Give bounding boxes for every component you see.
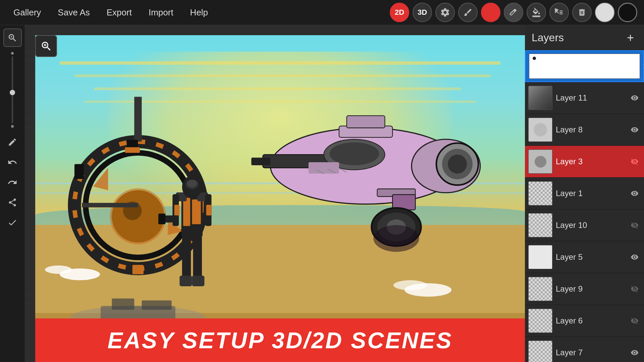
add-layer-button[interactable]: + [624, 29, 637, 47]
svg-point-43 [448, 155, 467, 174]
left-toolbar [0, 25, 25, 362]
toolbar-3d-button[interactable]: 3D [413, 3, 432, 22]
svg-rect-9 [125, 147, 140, 153]
layer-visibility-3[interactable] [629, 156, 641, 168]
main-content: EASY SETUP 3D/2D SCENES Layers + [0, 25, 644, 362]
svg-point-24 [187, 180, 197, 187]
layer-visibility-8[interactable] [629, 124, 641, 136]
layer-thumb-7 [528, 341, 552, 362]
layer-name-7: Layer 7 [556, 348, 625, 357]
zoom-tool[interactable] [3, 28, 22, 47]
layer-name-1: Layer 1 [556, 189, 625, 198]
svg-rect-31 [179, 276, 192, 286]
brush-size-slider[interactable] [11, 52, 14, 128]
size-indicator-top [11, 52, 14, 55]
layer-thumb-10 [528, 213, 552, 237]
bottom-banner: EASY SETUP 3D/2D SCENES [35, 318, 525, 362]
share-tool[interactable] [3, 193, 22, 212]
layer-item-3[interactable]: Layer 3 [525, 146, 644, 178]
svg-point-39 [329, 142, 379, 165]
layer-item-8[interactable]: Layer 8 [525, 114, 644, 146]
gear-icon[interactable] [435, 3, 455, 22]
layer-name-6: Layer 6 [556, 316, 625, 325]
layer-item-7[interactable]: Layer 7 [525, 337, 644, 362]
character-figure [148, 123, 236, 336]
undo-tool[interactable] [3, 153, 22, 171]
layers-header: Layers + [525, 25, 644, 50]
redo-tool[interactable] [3, 173, 22, 191]
svg-rect-15 [112, 299, 135, 310]
hand-tool[interactable] [3, 213, 22, 232]
menu-save-as[interactable]: Save As [51, 5, 96, 20]
layer-item-1[interactable]: Layer 1 [525, 178, 644, 209]
layer-item-3d[interactable]: 3D [525, 50, 644, 82]
layer-item-5[interactable]: Layer 5 [525, 241, 644, 273]
white-circle-button[interactable] [595, 3, 614, 22]
toolbar-right: 2D 3D [390, 3, 637, 22]
trash-icon[interactable] [572, 3, 592, 22]
banner-text: EASY SETUP 3D/2D SCENES [107, 327, 452, 353]
layer-name-10: Layer 10 [556, 221, 625, 230]
svg-rect-33 [164, 216, 178, 223]
layer-visibility-5[interactable] [629, 251, 641, 263]
size-thumb[interactable] [10, 90, 15, 95]
svg-rect-37 [251, 158, 270, 165]
layer-visibility-1[interactable] [629, 187, 641, 199]
size-track[interactable] [12, 56, 13, 123]
canvas-search-button[interactable] [35, 35, 57, 57]
layer-thumb-5 [528, 245, 552, 269]
flying-vehicle [231, 52, 500, 281]
layer-visibility-10[interactable] [629, 219, 641, 231]
svg-rect-10 [74, 164, 84, 179]
menu-gallery[interactable]: Gallery [7, 5, 48, 20]
layer-visibility-7[interactable] [629, 347, 641, 359]
cloud-4 [393, 280, 427, 290]
pencil-tool[interactable] [3, 133, 22, 151]
layer-visibility-6[interactable] [629, 315, 641, 327]
layer-name-5: Layer 5 [556, 252, 625, 262]
menu-help[interactable]: Help [183, 5, 215, 20]
layers-panel: Layers + 3D [525, 25, 644, 362]
layer-thumb-3 [528, 149, 552, 174]
layer-name-8: Layer 8 [556, 125, 625, 134]
eraser-icon[interactable] [504, 3, 523, 22]
layer-item-11[interactable]: Layer 11 [525, 82, 644, 114]
svg-rect-30 [193, 235, 202, 281]
svg-rect-45 [347, 116, 385, 128]
layer-name-9: Layer 9 [556, 284, 625, 294]
svg-rect-46 [309, 162, 339, 174]
svg-rect-19 [192, 199, 201, 224]
layer-thumb-11 [528, 86, 552, 110]
layer-name-3: Layer 3 [556, 157, 625, 166]
toolbar-2d-button[interactable]: 2D [390, 3, 409, 22]
svg-rect-29 [182, 235, 191, 281]
layer-name-11: Layer 11 [556, 93, 625, 103]
layer-thumb-6 [528, 309, 552, 333]
layers-list: 3D Layer 11 [525, 50, 644, 362]
layer-thumb-9 [528, 277, 552, 301]
layer-thumb-3d [529, 54, 640, 79]
canvas-area[interactable]: EASY SETUP 3D/2D SCENES [25, 25, 525, 362]
svg-rect-32 [192, 276, 204, 286]
layer-item-10[interactable]: Layer 10 [525, 209, 644, 241]
layer-visibility-9[interactable] [629, 283, 641, 295]
select-icon[interactable] [549, 3, 569, 22]
svg-rect-18 [183, 198, 190, 226]
menu-export[interactable]: Export [100, 5, 139, 20]
svg-rect-8 [127, 140, 138, 147]
svg-rect-34 [158, 214, 165, 225]
menubar: Gallery Save As Export Import Help 2D 3D [0, 0, 644, 25]
layer-thumb-8 [528, 118, 552, 142]
layer-item-6[interactable]: Layer 6 [525, 305, 644, 337]
color-swatch-red[interactable] [481, 3, 500, 22]
fill-icon[interactable] [527, 3, 546, 22]
dark-circle-button[interactable] [618, 3, 637, 22]
layer-visibility-11[interactable] [629, 92, 641, 104]
layers-title: Layers [532, 32, 564, 44]
art-canvas[interactable]: EASY SETUP 3D/2D SCENES [35, 35, 525, 362]
layer-item-9[interactable]: Layer 9 [525, 273, 644, 305]
layer-thumb-1 [528, 181, 552, 205]
brush-icon[interactable] [458, 3, 478, 22]
menu-import[interactable]: Import [142, 5, 180, 20]
svg-rect-28 [206, 205, 211, 216]
